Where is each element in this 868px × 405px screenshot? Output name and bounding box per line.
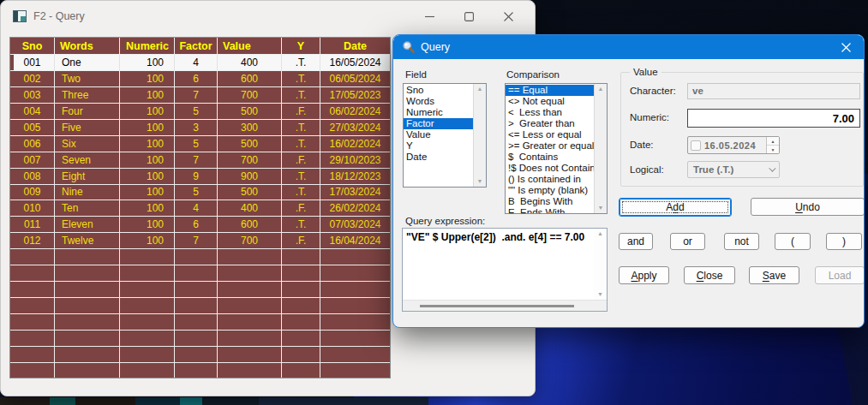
cell-y — [282, 265, 320, 282]
comparison-list-scrollbar[interactable]: ▲ ▼ — [594, 84, 607, 213]
spinner-down-icon: ▼ — [767, 146, 779, 153]
cell-words: Eight — [55, 169, 120, 185]
comparison-option[interactable]: < Less than — [506, 107, 594, 118]
field-list-scrollbar[interactable]: ▲ ▼ — [473, 84, 486, 187]
cell-sno: 004 — [10, 104, 55, 120]
column-header-date[interactable]: Date — [320, 38, 390, 55]
query-dialog: Query Field SnoWordsNumericFactorValueYD… — [392, 34, 865, 328]
close-paren-button[interactable]: ) — [826, 233, 862, 250]
column-header-value[interactable]: Value — [218, 38, 282, 55]
field-option[interactable]: Factor — [404, 118, 473, 129]
table-row-empty[interactable] — [10, 331, 390, 347]
dialog-close-icon[interactable] — [840, 41, 852, 53]
cell-factor — [175, 265, 218, 282]
table-row-empty[interactable] — [10, 265, 390, 282]
cell-words: Five — [55, 120, 120, 136]
field-list-items: SnoWordsNumericFactorValueYDate — [404, 84, 473, 187]
open-paren-button[interactable]: ( — [775, 233, 811, 250]
table-row[interactable]: 009Nine1005500.T.17/03/2024 — [10, 185, 390, 201]
comparison-option[interactable]: $ Contains — [506, 152, 594, 163]
table-row-empty[interactable] — [10, 363, 390, 378]
table-row-empty[interactable] — [10, 314, 390, 331]
cell-y — [282, 249, 320, 265]
cell-factor: 5 — [175, 136, 218, 152]
table-row[interactable]: 003Three1007700.T.17/05/2023 — [10, 87, 390, 104]
save-button[interactable]: Save — [749, 266, 799, 284]
table-row[interactable]: 007Seven1007700.F.29/10/2023 — [10, 152, 390, 169]
comparison-option[interactable]: !$ Does not Contain — [506, 163, 594, 174]
table-row-empty[interactable] — [10, 298, 390, 314]
table-row[interactable]: 010Ten1004400.F.26/02/2024 — [10, 200, 390, 217]
table-row[interactable]: 002Two1006600.T.06/05/2024 — [10, 71, 390, 87]
comparison-option[interactable]: > Greater than — [506, 118, 594, 129]
field-option[interactable]: Y — [404, 140, 473, 152]
scroll-up-icon[interactable]: ▲ — [598, 84, 604, 94]
table-row[interactable]: 006Six1005500.T.16/02/2024 — [10, 136, 390, 152]
cell-y — [282, 331, 320, 347]
cell-numeric: 100 — [120, 87, 175, 104]
query-expression-box[interactable]: "VE" $ Upper(e[2]) .and. e[4] == 7.00 ▲ … — [402, 228, 608, 312]
column-header-words[interactable]: Words — [55, 38, 120, 55]
not-button[interactable]: not — [724, 233, 759, 250]
field-option[interactable]: Date — [404, 152, 473, 163]
table-row[interactable]: 004Four1005500.F.06/02/2024 — [10, 104, 390, 120]
table-row[interactable]: 008Eight1009900.T.18/12/2023 — [10, 169, 390, 185]
column-header-numeric[interactable]: Numeric — [120, 38, 175, 55]
apply-button[interactable]: Apply — [619, 266, 669, 284]
cell-y — [282, 363, 320, 378]
add-button[interactable]: Add — [619, 198, 732, 217]
cell-y: .T. — [282, 71, 320, 87]
comparison-option[interactable]: >= Greater or equal — [506, 140, 594, 152]
minimize-button[interactable] — [410, 3, 449, 29]
scroll-up-icon[interactable]: ▲ — [477, 84, 483, 94]
field-option[interactable]: Numeric — [404, 107, 473, 118]
and-button[interactable]: and — [619, 233, 653, 250]
cell-factor: 7 — [175, 233, 218, 249]
undo-button[interactable]: Undo — [751, 198, 865, 216]
cell-factor — [175, 331, 218, 347]
field-option[interactable]: Sno — [404, 85, 473, 96]
column-header-sno[interactable]: Sno — [10, 38, 55, 55]
cell-numeric: 100 — [120, 152, 175, 169]
close-dialog-button[interactable]: Close — [684, 266, 735, 284]
cell-factor — [175, 347, 218, 363]
close-button[interactable] — [488, 3, 528, 29]
query-expression-text[interactable]: "VE" $ Upper(e[2]) .and. e[4] == 7.00 — [403, 229, 594, 300]
or-button[interactable]: or — [670, 233, 705, 250]
comparison-option[interactable]: <> Not equal — [506, 96, 594, 107]
field-option[interactable]: Words — [404, 96, 473, 107]
value-groupbox: Value Character: ve Numeric: 7.00 Date: … — [620, 72, 864, 187]
cell-words — [55, 298, 120, 314]
logical-label: Logical: — [630, 164, 664, 175]
numeric-field[interactable]: 7.00 — [687, 109, 860, 128]
cell-words — [55, 265, 120, 282]
expression-hscrollbar[interactable] — [403, 300, 607, 311]
expression-vscrollbar[interactable]: ▲ ▼ — [594, 229, 607, 300]
column-header-y[interactable]: Y — [282, 38, 320, 55]
comparison-option[interactable]: E Ends With — [506, 207, 594, 213]
table-row-empty[interactable] — [10, 249, 390, 265]
comparison-option[interactable]: <= Less or equal — [506, 129, 594, 140]
field-option[interactable]: Value — [404, 129, 473, 140]
table-row-empty[interactable] — [10, 282, 390, 298]
comparison-option[interactable]: B Begins With — [506, 196, 594, 207]
maximize-button[interactable] — [449, 3, 488, 29]
table-row[interactable]: 011Eleven1006600.T.07/03/2024 — [10, 217, 390, 233]
cell-y: .F. — [282, 200, 320, 217]
table-row[interactable]: 001One1004400.T.16/05/2024 — [10, 55, 390, 71]
table-row-empty[interactable] — [10, 347, 390, 363]
scroll-up-icon[interactable]: ▲ — [597, 229, 603, 239]
hscroll-thumb[interactable] — [420, 305, 574, 307]
scroll-down-icon[interactable]: ▼ — [477, 176, 483, 187]
comparison-option[interactable]: == Equal — [506, 85, 594, 96]
cell-words — [55, 249, 120, 265]
cell-numeric: 100 — [120, 200, 175, 217]
scroll-down-icon[interactable]: ▼ — [598, 203, 604, 213]
comparison-option[interactable]: "" Is empty (blank) — [506, 185, 594, 196]
table-row[interactable]: 012Twelve1007700.F.16/04/2024 — [10, 233, 390, 249]
scroll-down-icon[interactable]: ▼ — [597, 289, 603, 300]
column-header-factor[interactable]: Factor — [175, 38, 218, 55]
comparison-option[interactable]: () Is contained in — [506, 174, 594, 185]
table-row[interactable]: 005Five1003300.T.27/03/2024 — [10, 120, 390, 136]
cell-factor: 3 — [175, 120, 218, 136]
